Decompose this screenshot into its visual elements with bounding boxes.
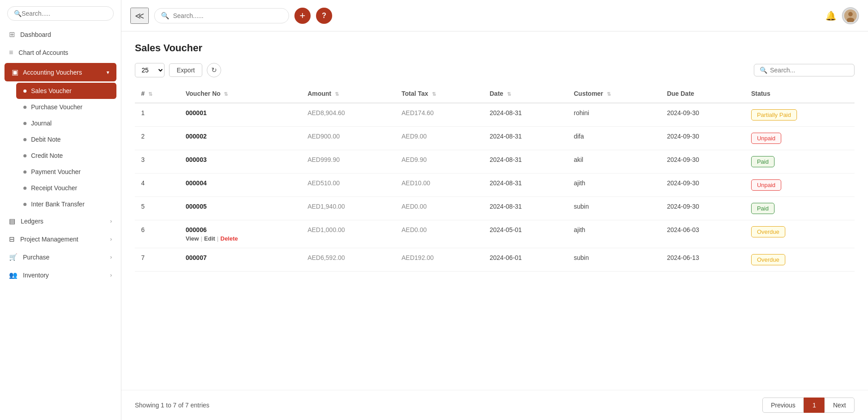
page-1-button[interactable]: 1	[804, 398, 824, 413]
view-action[interactable]: View	[186, 235, 199, 242]
status-badge: Partially Paid	[751, 109, 797, 121]
topbar-search-icon: 🔍	[161, 12, 169, 20]
table-search-box[interactable]: 🔍	[754, 64, 855, 76]
pagination-controls: Previous 1 Next	[762, 398, 855, 413]
cell-due-date: 2024-06-03	[661, 220, 745, 248]
col-header-num[interactable]: # ⇅	[135, 85, 179, 103]
sort-icon: ⇅	[607, 91, 611, 97]
table-row: 6 000006 View|Edit|Delete AED1,000.00 AE…	[135, 220, 855, 248]
table-row: 7 000007 AED6,592.00 AED192.00 2024-06-0…	[135, 248, 855, 272]
accounting-vouchers-icon: ▣	[12, 68, 18, 76]
cell-status: Partially Paid	[745, 103, 855, 127]
sort-icon: ⇅	[507, 91, 511, 97]
status-badge: Paid	[751, 203, 775, 214]
chevron-right-icon: ›	[110, 254, 112, 260]
table-row: 5 000005 AED1,940.00 AED0.00 2024-08-31 …	[135, 197, 855, 220]
col-header-total-tax[interactable]: Total Tax ⇅	[395, 85, 483, 103]
sidebar-item-payment-voucher[interactable]: Payment Voucher	[16, 164, 121, 180]
cell-status: Unpaid	[745, 127, 855, 150]
col-header-amount[interactable]: Amount ⇅	[301, 85, 395, 103]
col-header-due-date[interactable]: Due Date	[661, 85, 745, 103]
cell-customer: difa	[567, 127, 660, 150]
cell-voucher-no: 000002	[179, 127, 301, 150]
export-button[interactable]: Export	[169, 63, 202, 77]
sidebar-item-sales-voucher[interactable]: Sales Voucher	[16, 83, 116, 99]
topbar: ≪ 🔍 + ? 🔔	[121, 0, 868, 31]
notification-bell-icon[interactable]: 🔔	[825, 10, 837, 21]
sort-icon: ⇅	[432, 91, 436, 97]
delete-action[interactable]: Delete	[220, 235, 238, 242]
sidebar-item-credit-note[interactable]: Credit Note	[16, 147, 121, 164]
edit-action[interactable]: Edit	[204, 235, 215, 242]
help-button[interactable]: ?	[316, 8, 332, 24]
accounting-vouchers-submenu: Sales Voucher Purchase Voucher Journal D…	[0, 83, 121, 212]
refresh-button[interactable]: ↻	[207, 63, 221, 77]
cell-date: 2024-08-31	[483, 150, 567, 174]
sidebar-item-label: Purchase	[23, 254, 49, 261]
cell-voucher-no: 000007	[179, 248, 301, 272]
cell-date: 2024-06-01	[483, 248, 567, 272]
sidebar-item-purchase-voucher[interactable]: Purchase Voucher	[16, 99, 121, 115]
cell-voucher-no: 000003	[179, 150, 301, 174]
cell-date: 2024-08-31	[483, 197, 567, 220]
cell-status: Overdue	[745, 220, 855, 248]
cell-total-tax: AED9.90	[395, 150, 483, 174]
topbar-search-input[interactable]	[173, 12, 282, 19]
sidebar-item-chart-of-accounts[interactable]: ≡ Chart of Accounts	[0, 44, 121, 62]
previous-page-button[interactable]: Previous	[762, 398, 804, 413]
col-header-date[interactable]: Date ⇅	[483, 85, 567, 103]
table-search-input[interactable]	[770, 67, 849, 74]
cell-status: Paid	[745, 197, 855, 220]
cell-due-date: 2024-09-30	[661, 150, 745, 174]
bullet-icon	[23, 89, 27, 93]
sidebar-item-inter-bank-transfer[interactable]: Inter Bank Transfer	[16, 196, 121, 212]
bullet-icon	[23, 187, 27, 190]
cell-num: 6	[135, 220, 179, 248]
next-page-button[interactable]: Next	[824, 398, 855, 413]
cell-num: 2	[135, 127, 179, 150]
cell-date: 2024-08-31	[483, 103, 567, 127]
cell-total-tax: AED10.00	[395, 174, 483, 197]
sidebar-search-input[interactable]	[22, 10, 107, 17]
per-page-select[interactable]: 10 25 50 100	[135, 63, 165, 77]
status-badge: Unpaid	[751, 179, 781, 191]
cell-customer: akil	[567, 150, 660, 174]
sidebar-item-dashboard[interactable]: ⊞ Dashboard	[0, 25, 121, 44]
cell-amount: AED1,000.00	[301, 220, 395, 248]
cell-total-tax: AED0.00	[395, 220, 483, 248]
showing-text: Showing 1 to 7 of 7 entries	[135, 402, 209, 409]
add-button[interactable]: +	[294, 8, 311, 24]
table-header-row: # ⇅ Voucher No ⇅ Amount ⇅ Total Tax ⇅	[135, 85, 855, 103]
sidebar-item-receipt-voucher[interactable]: Receipt Voucher	[16, 180, 121, 196]
chevron-right-icon: ›	[110, 218, 112, 224]
sidebar-item-label: Chart of Accounts	[18, 49, 68, 56]
page-body: Sales Voucher 10 25 50 100 Export ↻ 🔍 #	[121, 31, 868, 390]
sidebar-item-ledgers[interactable]: ▤ Ledgers ›	[0, 212, 121, 230]
sidebar-search-box[interactable]: 🔍	[7, 6, 114, 21]
sidebar-item-label: Project Management	[20, 236, 78, 243]
col-header-customer[interactable]: Customer ⇅	[567, 85, 660, 103]
cell-amount: AED1,940.00	[301, 197, 395, 220]
cell-amount: AED510.00	[301, 174, 395, 197]
sidebar-item-purchase[interactable]: 🛒 Purchase ›	[0, 248, 121, 266]
cell-num: 4	[135, 174, 179, 197]
status-badge: Overdue	[751, 254, 785, 265]
table-search-icon: 🔍	[760, 67, 767, 74]
sidebar-item-debit-note[interactable]: Debit Note	[16, 131, 121, 147]
main-content: ≪ 🔍 + ? 🔔 Sales Voucher 10 25 50 100	[121, 0, 868, 420]
cell-status: Paid	[745, 150, 855, 174]
sidebar-section-accounting-vouchers[interactable]: ▣ Accounting Vouchers ▾	[4, 63, 116, 81]
cell-customer: subin	[567, 197, 660, 220]
cell-date: 2024-08-31	[483, 127, 567, 150]
user-avatar[interactable]	[842, 7, 859, 24]
collapse-sidebar-button[interactable]: ≪	[130, 8, 149, 24]
col-header-voucher-no[interactable]: Voucher No ⇅	[179, 85, 301, 103]
sidebar-item-journal[interactable]: Journal	[16, 115, 121, 131]
topbar-search-box[interactable]: 🔍	[154, 8, 289, 23]
sidebar-item-label: Dashboard	[20, 31, 51, 38]
list-icon: ≡	[9, 49, 13, 57]
table-row: 4 000004 AED510.00 AED10.00 2024-08-31 a…	[135, 174, 855, 197]
dashboard-icon: ⊞	[9, 30, 15, 39]
sidebar-item-project-management[interactable]: ⊟ Project Management ›	[0, 230, 121, 248]
sidebar-item-inventory[interactable]: 👥 Inventory ›	[0, 266, 121, 284]
